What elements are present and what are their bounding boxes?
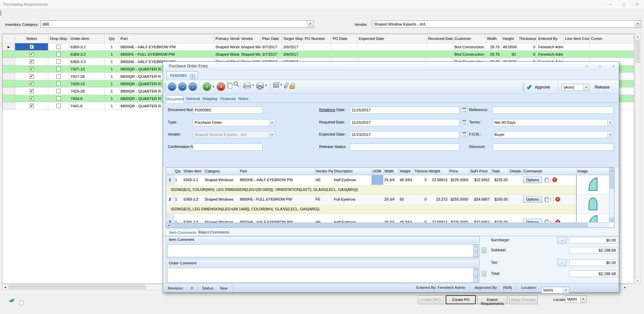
column-header-PO Date[interactable]: PO Date: [331, 34, 357, 43]
drop-ship-checkbox[interactable]: [56, 74, 61, 78]
table-row[interactable]: 6369-3.218800FE - FULL EYEBROW PWShaped …: [3, 51, 635, 58]
grid-column-header-Price[interactable]: Price: [448, 168, 469, 175]
drop-ship-checkbox[interactable]: [56, 89, 61, 93]
column-header-Select[interactable]: Select: [15, 34, 48, 43]
grid-item-row[interactable]: 116369-3.1Shaped Windows8800HE - HALF EY…: [166, 175, 610, 185]
move-down-icon[interactable]: ↓: [552, 197, 555, 202]
column-header-Expected Date[interactable]: Expected Date: [357, 34, 427, 43]
add-button[interactable]: ▼: [203, 83, 215, 91]
grid-column-header-Details[interactable]: Details: [509, 168, 522, 175]
grid-column-header-Commands[interactable]: Commands: [522, 168, 576, 175]
tab-notes[interactable]: Notes: [236, 95, 250, 103]
forward-button[interactable]: [178, 83, 187, 91]
po-document-tab[interactable]: PO00583 ×: [166, 71, 198, 80]
select-checkbox[interactable]: [30, 52, 34, 56]
drop-ship-checkbox[interactable]: [56, 96, 61, 101]
tab-general[interactable]: General: [185, 95, 201, 103]
date-field[interactable]: 11/15/2017: [350, 107, 459, 114]
select-checkbox[interactable]: [30, 104, 34, 108]
column-header-Received Date[interactable]: Received Date: [427, 34, 453, 43]
maximize-icon[interactable]: □: [617, 0, 631, 9]
grid-column-header-Part[interactable]: Part: [239, 168, 314, 175]
column-header-Target Ship Date[interactable]: Target Ship Date: [282, 34, 303, 43]
copy-line-icon[interactable]: [545, 178, 548, 182]
chevron-down-icon[interactable]: ▼: [212, 85, 215, 88]
grid-column-header-Vendor Part[interactable]: Vendor Part: [314, 168, 333, 175]
attach-button[interactable]: [285, 83, 288, 88]
discount-field[interactable]: [493, 144, 613, 151]
chevron-down-icon[interactable]: ▼: [280, 84, 283, 87]
export-requirements-button[interactable]: Export Requirements: [477, 295, 507, 304]
column-header-Primary Vendor[interactable]: Primary Vendor: [214, 34, 240, 43]
column-header-Drop Ship[interactable]: Drop Ship: [48, 34, 69, 43]
tab-reject-comments[interactable]: Reject Comments: [195, 229, 232, 236]
order-comment-textarea[interactable]: ▲▼: [167, 268, 478, 283]
column-header-Plan Date[interactable]: Plan Date: [261, 34, 282, 43]
column-header-PO Number[interactable]: PO Number: [303, 34, 331, 43]
tab-financial[interactable]: Financial: [219, 95, 237, 103]
grid-column-header-UOM[interactable]: UOM: [371, 168, 383, 175]
drop-ship-checkbox[interactable]: [56, 45, 61, 49]
chevron-down-icon[interactable]: ▼: [635, 21, 641, 27]
down-button[interactable]: [189, 83, 197, 91]
dialog-maximize-icon[interactable]: □: [595, 63, 605, 69]
row-selector[interactable]: ▶: [3, 43, 15, 51]
scroll-left-icon[interactable]: ◀: [2, 284, 8, 290]
row-selector[interactable]: [3, 80, 15, 88]
terms-field[interactable]: Net 30 Days▼: [493, 119, 613, 126]
delete-line-icon[interactable]: ✕: [552, 177, 557, 182]
chevron-down-icon[interactable]: ▼: [607, 132, 613, 138]
drop-ship-checkbox[interactable]: [56, 104, 61, 108]
row-selector[interactable]: [3, 73, 15, 80]
grid-vertical-scrollbar[interactable]: ▲ ▼: [609, 168, 614, 222]
drop-ship-checkbox[interactable]: [56, 82, 61, 86]
options-button[interactable]: Options: [523, 196, 542, 203]
chevron-down-icon[interactable]: ▼: [583, 85, 589, 90]
grid-column-header-SqFt Price[interactable]: SqFt Price: [469, 168, 491, 175]
column-header-Vendor[interactable]: Vendor: [240, 34, 261, 43]
documentnumber-field[interactable]: PO00583: [193, 107, 262, 114]
column-header-Comm[interactable]: Comm: [590, 34, 635, 43]
grid-column-header-Thickness[interactable]: Thickness: [413, 168, 428, 175]
fob-field[interactable]: Buyer▼: [493, 131, 613, 138]
grid-item-row[interactable]: 216369-3.2Shaped Windows8800FE - FULL EY…: [166, 194, 610, 204]
scroll-down-icon[interactable]: ▼: [609, 218, 614, 222]
grid-horizontal-scrollbar[interactable]: ◀: [166, 222, 609, 227]
drop-ship-checkbox[interactable]: [56, 52, 61, 56]
column-header-Line Item Comment[interactable]: Line Item Comment: [564, 34, 590, 43]
grid-column-header-Description[interactable]: Description: [333, 168, 371, 175]
approve-button[interactable]: Approve: [535, 85, 550, 90]
select-checkbox[interactable]: [30, 82, 34, 86]
transfer-button[interactable]: ▼: [273, 83, 283, 88]
grid-column-header-Qty[interactable]: Qty: [174, 168, 183, 175]
chevron-down-icon[interactable]: ▼: [580, 296, 586, 302]
table-vertical-scrollbar[interactable]: ▲ ▼: [635, 34, 641, 284]
requireddate-field[interactable]: 11/15/2017: [350, 119, 459, 126]
scroll-down-icon[interactable]: ▼: [635, 278, 640, 283]
copy-line-icon[interactable]: [545, 197, 548, 202]
delete-line-icon[interactable]: ✕: [555, 197, 560, 202]
tab-document[interactable]: Document: [166, 95, 184, 103]
comment-spinner[interactable]: ▲▼: [473, 268, 478, 282]
expecteddate-field[interactable]: 11/23/2017: [350, 131, 459, 138]
comment-spinner[interactable]: ▲▼: [473, 245, 478, 257]
print-preview-button[interactable]: ▼: [256, 83, 267, 88]
table-row[interactable]: ▶6369-3.118800HE - HALF EYEBROW PWShaped…: [3, 43, 635, 51]
move-up-icon[interactable]: ↑: [549, 197, 552, 202]
grid-column-header-Height[interactable]: Height: [399, 168, 413, 175]
delete-button[interactable]: [217, 83, 225, 91]
releasestatus-field[interactable]: [350, 144, 459, 151]
chevron-down-icon[interactable]: ▼: [252, 84, 254, 87]
chevron-down-icon[interactable]: ▼: [265, 84, 267, 87]
print-icon[interactable]: [0, 10, 1, 15]
tab-item-comments[interactable]: Item Comments: [166, 229, 200, 236]
grid-column-header-Image[interactable]: Image: [576, 168, 610, 175]
chevron-down-icon[interactable]: ▼: [607, 120, 613, 125]
minimize-icon[interactable]: ─: [604, 0, 617, 9]
select-checkbox[interactable]: [30, 67, 34, 71]
grid-column-header-Width[interactable]: Width: [383, 168, 399, 175]
column-header-Height[interactable]: Height: [501, 34, 517, 43]
confirmationnumber-field[interactable]: [193, 144, 262, 151]
select-checkbox[interactable]: [30, 45, 34, 49]
row-selector[interactable]: [3, 51, 15, 58]
